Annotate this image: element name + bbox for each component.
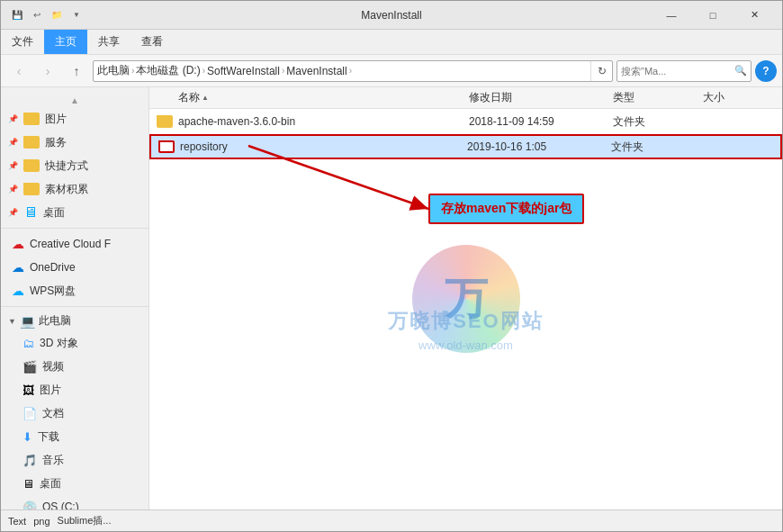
col-header-size[interactable]: 大小 (703, 90, 775, 105)
up-button[interactable]: ↑ (64, 59, 89, 83)
qa-undo-btn[interactable]: ↩ (28, 6, 46, 24)
sidebar-item-osc[interactable]: 💿 OS (C:) (1, 495, 148, 509)
sidebar-item-label: WPS网盘 (30, 284, 76, 299)
sidebar-item-downloads[interactable]: ⬇ 下载 (1, 425, 148, 448)
taskbar-label-3: Sublime插... (58, 514, 112, 527)
sidebar-item-label: 下载 (38, 429, 59, 445)
col-header-date[interactable]: 修改日期 (469, 90, 613, 105)
sidebar-item-wps[interactable]: ☁ WPS网盘 (1, 279, 148, 302)
table-row[interactable]: repository 2019-10-16 1:05 文件夹 (149, 134, 782, 159)
download-icon: ⬇ (22, 430, 32, 444)
sidebar-section-pc[interactable]: ▼ 💻 此电脑 (1, 311, 148, 331)
onedrive-icon: ☁ (12, 260, 24, 275)
pictures-icon: 🖼 (22, 383, 34, 397)
qa-dropdown-btn[interactable]: ▼ (68, 6, 86, 24)
sidebar-item-docs[interactable]: 📄 文档 (1, 401, 148, 425)
sidebar-item-pictures-pc[interactable]: 🖼 图片 (1, 378, 148, 401)
drive-c-icon: 💿 (22, 500, 37, 510)
back-button[interactable]: ‹ (6, 59, 32, 83)
music-icon: 🎵 (22, 454, 37, 467)
menu-home[interactable]: 主页 (44, 30, 87, 54)
file-name-cell: apache-maven-3.6.0-bin (157, 115, 469, 128)
toolbar: ‹ › ↑ 此电脑 › 本地磁盘 (D:) › SoftWareInstall … (1, 55, 782, 87)
sidebar-item-label: 视频 (42, 359, 64, 374)
sidebar-item-label: OneDrive (30, 261, 76, 274)
sidebar-item-label: 音乐 (42, 453, 64, 468)
sidebar-item-label: Creative Cloud F (30, 238, 111, 250)
sidebar-item-label: 素材积累 (45, 182, 88, 197)
title-bar: 💾 ↩ 📁 ▼ MavenInstall — □ ✕ (1, 1, 782, 30)
sidebar-item-label: 快捷方式 (45, 158, 88, 174)
sidebar-item-music[interactable]: 🎵 音乐 (1, 448, 148, 472)
folder-icon (23, 183, 40, 195)
window-controls: — □ ✕ (651, 1, 775, 30)
col-header-type[interactable]: 类型 (613, 90, 703, 105)
main-window: 💾 ↩ 📁 ▼ MavenInstall — □ ✕ 文件 主页 共享 查看 ‹… (0, 0, 783, 532)
sidebar-item-pictures[interactable]: 📌 图片 (1, 107, 148, 131)
taskbar-label-1: Text (8, 516, 26, 527)
sidebar-item-label: 桌面 (43, 205, 65, 221)
file-type-cell: 文件夹 (611, 140, 701, 155)
sidebar-item-creative-cloud[interactable]: ☁ Creative Cloud F (1, 232, 148, 256)
chevron-icon: ▼ (8, 317, 16, 326)
close-button[interactable]: ✕ (734, 1, 775, 30)
3d-icon: 🗂 (22, 337, 34, 350)
folder-icon (157, 115, 173, 128)
search-input[interactable] (621, 66, 731, 77)
menu-view[interactable]: 查看 (130, 30, 174, 54)
sidebar-divider (1, 228, 148, 229)
sidebar-item-desktop-pc[interactable]: 🖥 桌面 (1, 472, 148, 495)
sidebar-item-shortcuts[interactable]: 📌 快捷方式 (1, 154, 148, 177)
table-row[interactable]: apache-maven-3.6.0-bin 2018-11-09 14:59 … (149, 109, 782, 134)
quick-access-toolbar: 💾 ↩ 📁 ▼ (8, 6, 86, 24)
folder-icon (23, 136, 40, 149)
help-button[interactable]: ? (755, 60, 777, 82)
taskbar-strip: Text png Sublime插... (1, 509, 782, 531)
sidebar-item-label: 服务 (45, 135, 67, 150)
sidebar-item-label: 3D 对象 (40, 336, 78, 351)
sidebar-item-label: 桌面 (40, 476, 61, 491)
menu-share[interactable]: 共享 (87, 30, 130, 54)
breadcrumb-localdisk[interactable]: 本地磁盘 (D:) (136, 63, 200, 78)
sidebar-item-label: 文档 (42, 406, 64, 421)
sort-icon: ▲ (202, 94, 209, 102)
breadcrumb-maveninstall[interactable]: MavenInstall (286, 65, 346, 77)
sidebar-divider-2 (1, 306, 148, 307)
video-icon: 🎬 (22, 360, 37, 374)
pc-icon: 💻 (20, 314, 35, 329)
qa-save-btn[interactable]: 💾 (8, 6, 26, 24)
sidebar-item-3d[interactable]: 🗂 3D 对象 (1, 331, 148, 355)
sidebar-item-label: 图片 (45, 112, 67, 127)
file-name-cell: repository (158, 140, 467, 153)
col-header-name[interactable]: 名称 ▲ (157, 90, 469, 105)
menu-file[interactable]: 文件 (1, 30, 44, 54)
forward-button[interactable]: › (35, 59, 60, 83)
search-box[interactable]: 🔍 (616, 60, 752, 82)
main-area: ▲ 📌 图片 📌 服务 📌 快捷方式 📌 素材积累 (1, 87, 782, 509)
window-title: MavenInstall (361, 9, 421, 22)
folder-selected-icon (158, 140, 175, 153)
qa-folder-btn[interactable]: 📁 (48, 6, 66, 24)
pin-icon: 📌 (8, 185, 18, 194)
file-type-cell: 文件夹 (613, 114, 703, 130)
sidebar: ▲ 📌 图片 📌 服务 📌 快捷方式 📌 素材积累 (1, 87, 149, 509)
sidebar-item-onedrive[interactable]: ☁ OneDrive (1, 256, 148, 279)
scroll-up-indicator: ▲ (1, 93, 148, 107)
sidebar-item-label: 此电脑 (39, 313, 71, 329)
pin-icon: 📌 (8, 208, 18, 217)
sidebar-item-desktop[interactable]: 📌 🖥 桌面 (1, 201, 148, 224)
sidebar-item-service[interactable]: 📌 服务 (1, 131, 148, 154)
sidebar-item-materials[interactable]: 📌 素材积累 (1, 177, 148, 201)
sidebar-item-label: 图片 (40, 383, 61, 398)
maximize-button[interactable]: □ (692, 1, 734, 30)
sidebar-item-video[interactable]: 🎬 视频 (1, 355, 148, 378)
folder-icon (23, 113, 40, 125)
file-header: 名称 ▲ 修改日期 类型 大小 (149, 87, 782, 109)
breadcrumb-softwareinstall[interactable]: SoftWareInstall (207, 65, 280, 77)
breadcrumb-pc[interactable]: 此电脑 (97, 63, 130, 78)
address-bar[interactable]: 此电脑 › 本地磁盘 (D:) › SoftWareInstall › Mave… (93, 60, 613, 82)
address-refresh-btn[interactable]: ↻ (590, 60, 612, 82)
minimize-button[interactable]: — (651, 1, 692, 30)
file-area: 名称 ▲ 修改日期 类型 大小 apache-maven-3.6.0-bin 2… (149, 87, 782, 509)
wps-icon: ☁ (12, 284, 24, 298)
